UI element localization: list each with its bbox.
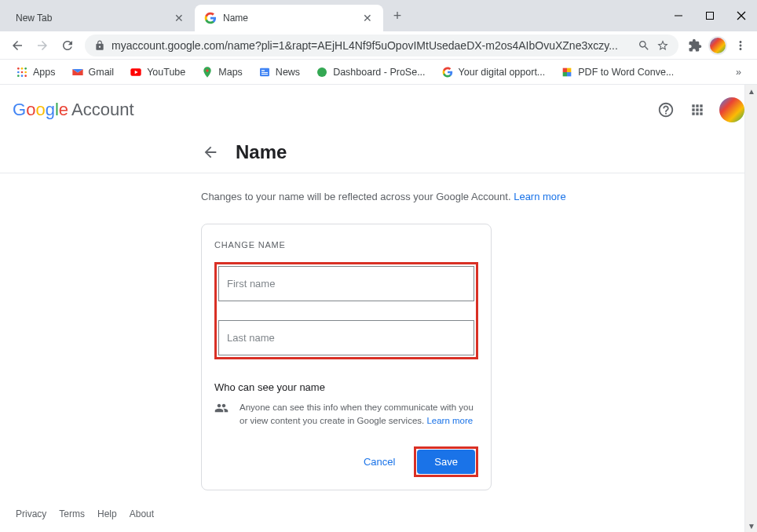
footer-privacy-link[interactable]: Privacy: [16, 508, 46, 519]
nav-forward-button[interactable]: [31, 35, 53, 56]
browser-menu-icon[interactable]: [733, 38, 748, 53]
page-footer: Privacy Terms Help About: [16, 508, 154, 519]
nav-back-button[interactable]: [6, 35, 28, 56]
google-favicon-icon: [204, 12, 217, 24]
tab-title: New Tab: [16, 13, 173, 24]
visibility-heading: Who can see your name: [214, 381, 478, 393]
back-arrow-button[interactable]: [201, 143, 220, 162]
maps-icon: [201, 66, 214, 78]
zoom-icon[interactable]: [638, 39, 650, 52]
svg-point-10: [17, 75, 20, 77]
browser-toolbar: myaccount.google.com/name?pli=1&rapt=AEj…: [0, 31, 757, 60]
svg-point-9: [24, 71, 27, 73]
window-minimize-button[interactable]: [669, 6, 688, 25]
browser-tab-name[interactable]: Name ✕: [195, 5, 383, 31]
bookmark-apps[interactable]: Apps: [9, 63, 62, 82]
product-name: Account: [71, 100, 134, 120]
bookmark-youtube[interactable]: YouTube: [123, 63, 192, 82]
scroll-down-icon[interactable]: ▼: [745, 519, 757, 532]
app-header: Google Account: [0, 85, 757, 135]
bookmarks-overflow-button[interactable]: »: [730, 64, 748, 81]
change-name-card: CHANGE NAME Who can see your name Anyone…: [201, 224, 492, 491]
bookmark-gmail[interactable]: Gmail: [65, 63, 121, 82]
save-highlight-box: Save: [414, 446, 478, 477]
google-icon: [441, 66, 454, 78]
page-description: Changes to your name will be reflected a…: [201, 189, 689, 205]
first-name-input[interactable]: [218, 266, 474, 301]
bookmarks-bar: Apps Gmail YouTube Maps News Dashboard -…: [0, 60, 757, 85]
svg-rect-1: [707, 13, 714, 20]
svg-point-19: [317, 67, 327, 77]
pdf-icon: [561, 66, 573, 78]
svg-point-4: [17, 67, 20, 70]
scrollbar[interactable]: ▲ ▼: [744, 85, 757, 532]
bookmark-star-icon[interactable]: [656, 39, 669, 52]
footer-terms-link[interactable]: Terms: [59, 508, 85, 519]
people-icon: [214, 401, 229, 428]
apps-grid-icon: [16, 66, 28, 78]
save-button[interactable]: Save: [417, 450, 475, 474]
svg-rect-21: [567, 67, 571, 71]
footer-about-link[interactable]: About: [130, 508, 154, 519]
last-name-input[interactable]: [218, 320, 474, 355]
svg-point-12: [24, 75, 27, 77]
svg-rect-18: [261, 74, 268, 75]
svg-point-14: [207, 69, 209, 71]
url-text: myaccount.google.com/name?pli=1&rapt=AEj…: [112, 39, 638, 52]
close-icon[interactable]: ✕: [173, 12, 185, 24]
cancel-button[interactable]: Cancel: [354, 450, 404, 474]
bookmark-digital[interactable]: Your digital opport...: [435, 63, 552, 82]
bookmark-maps[interactable]: Maps: [195, 63, 249, 82]
app-launcher-icon[interactable]: [688, 100, 707, 119]
scroll-up-icon[interactable]: ▲: [745, 85, 757, 97]
help-icon[interactable]: [656, 100, 675, 119]
svg-rect-23: [567, 72, 571, 76]
youtube-icon: [130, 66, 142, 78]
visibility-description: Anyone can see this info when they commu…: [240, 401, 478, 428]
tab-title: Name: [223, 13, 361, 24]
card-section-label: CHANGE NAME: [214, 240, 478, 250]
svg-rect-20: [563, 67, 567, 71]
news-icon: [258, 66, 271, 78]
svg-rect-17: [261, 72, 268, 73]
svg-point-7: [17, 71, 20, 73]
svg-point-6: [24, 67, 27, 70]
svg-rect-22: [563, 72, 567, 76]
bookmark-news[interactable]: News: [252, 63, 306, 82]
window-maximize-button[interactable]: [700, 6, 719, 25]
window-close-button[interactable]: [732, 6, 751, 25]
gmail-icon: [71, 66, 84, 78]
close-icon[interactable]: ✕: [361, 12, 374, 24]
new-tab-button[interactable]: +: [386, 5, 408, 27]
bookmark-pdf[interactable]: PDF to Word Conve...: [554, 63, 680, 82]
profile-avatar-icon[interactable]: [708, 36, 727, 55]
visibility-learn-more-link[interactable]: Learn more: [426, 416, 473, 425]
lock-icon: [94, 40, 105, 51]
input-highlight-box: [214, 262, 478, 359]
dashboard-icon: [316, 66, 328, 78]
svg-point-11: [21, 75, 24, 77]
browser-tab-newtab[interactable]: New Tab ✕: [6, 5, 195, 31]
svg-point-5: [21, 67, 24, 70]
bookmark-dashboard[interactable]: Dashboard - ProSe...: [309, 63, 431, 82]
nav-reload-button[interactable]: [57, 35, 79, 56]
svg-point-8: [21, 71, 24, 73]
footer-help-link[interactable]: Help: [97, 508, 117, 519]
google-logo[interactable]: Google: [13, 100, 68, 120]
extensions-icon[interactable]: [688, 38, 702, 53]
learn-more-link[interactable]: Learn more: [514, 191, 565, 202]
account-avatar[interactable]: [719, 97, 744, 122]
address-bar[interactable]: myaccount.google.com/name?pli=1&rapt=AEj…: [85, 35, 678, 56]
browser-tab-strip: New Tab ✕ Name ✕ +: [0, 0, 757, 31]
svg-rect-16: [261, 70, 265, 71]
page-title: Name: [236, 141, 287, 163]
page-title-row: Name: [49, 135, 708, 173]
